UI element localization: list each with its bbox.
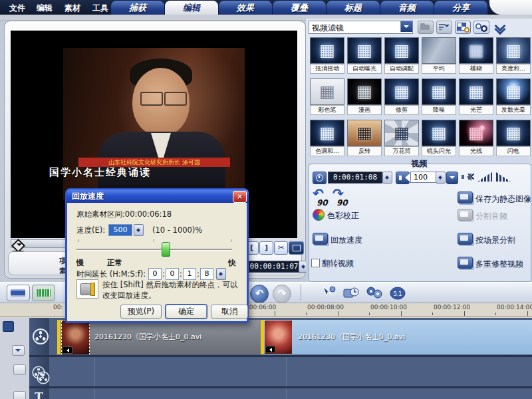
clip-trim-handle[interactable] [261, 320, 264, 354]
filter-thumb-invert[interactable]: ▦ [347, 120, 382, 146]
split-by-scene-icon[interactable] [458, 233, 473, 245]
save-still-icon[interactable] [458, 192, 473, 203]
library-manager-icon[interactable] [473, 21, 489, 34]
time-spinner[interactable] [216, 268, 226, 280]
filter-thumb-diffuse-glow[interactable]: ▦ [496, 78, 531, 105]
menu-tools[interactable]: 工具 [92, 3, 108, 14]
title-track-icon[interactable]: T [35, 390, 43, 399]
ok-button[interactable]: 确定 [166, 305, 207, 319]
overlay-track-icon-2[interactable] [37, 371, 49, 384]
filter-thumb-lightning[interactable]: ▦ [496, 120, 531, 146]
volume-field[interactable]: 100 [410, 172, 438, 183]
volume-speaker-button[interactable] [396, 172, 410, 184]
multi-trim-button[interactable]: 多重修整视频 [475, 259, 523, 270]
filter-thumb-auto-exposure[interactable]: ▦ [347, 37, 382, 64]
filter-thumb-average[interactable]: ▦ [422, 37, 456, 64]
filter-thumb-kaleidoscope[interactable]: ▦ [384, 120, 419, 146]
ruler-label: 00: [53, 304, 65, 311]
tab-share[interactable]: 分享 [434, 0, 488, 15]
time-m-input[interactable]: 0 [166, 268, 179, 280]
time-h-input[interactable]: 0 [148, 268, 162, 280]
playback-speed-icon[interactable] [313, 233, 328, 245]
speed-spinner[interactable] [134, 224, 144, 236]
playback-speed-button[interactable]: 回放速度 [331, 235, 362, 246]
time-s-input[interactable]: 1 [183, 268, 196, 280]
tab-title[interactable]: 标题 [326, 0, 380, 15]
mark-out-button[interactable]: ] [259, 241, 273, 255]
filter-label: 光线 [459, 146, 493, 156]
tab-edit[interactable]: 编辑 [164, 0, 219, 15]
filter-thumb-lens-flare[interactable]: ▦ [422, 120, 456, 146]
filter-thumb-glow[interactable]: ▦ [459, 78, 493, 105]
rotate-right-button[interactable]: ↷ [332, 189, 344, 198]
split-by-scene-button[interactable]: 按场景分割 [475, 235, 515, 246]
menu-edit[interactable]: 编辑 [37, 3, 53, 14]
timeline-clip-2-selected[interactable]: 20161230《国学小名士0_0.avi [261, 320, 532, 354]
tab-capture[interactable]: 捕获 [110, 0, 165, 15]
colon: : [162, 269, 165, 279]
speed-slider-track[interactable] [76, 249, 232, 251]
record-options-icon[interactable] [342, 285, 360, 301]
save-still-button[interactable]: 保存为静态图像 [475, 194, 531, 205]
filter-thumb-crop[interactable]: ▦ [384, 78, 419, 105]
tab-overlay[interactable]: 覆叠 [272, 0, 327, 15]
filter-thumb-auto-level[interactable]: ▦ [384, 37, 419, 64]
close-button[interactable]: × [233, 191, 247, 203]
time-f-input[interactable]: 8 [200, 268, 213, 280]
slider-normal-label: 正常 [107, 258, 122, 268]
filter-thumb-anti-shake[interactable]: ▦ [310, 37, 344, 64]
speaker-icon [399, 176, 402, 180]
cube-icon: ▦ [460, 39, 493, 63]
speed-slider-handle[interactable] [162, 242, 170, 257]
dropdown-arrow-button[interactable] [400, 21, 412, 32]
tab-audio[interactable]: 音频 [380, 0, 434, 15]
overlay-track-toggle[interactable] [13, 364, 26, 375]
filter-thumb-brightness[interactable]: ▦ [496, 37, 531, 64]
mute-icon[interactable] [462, 172, 472, 182]
smart-proxy-icon[interactable] [366, 285, 383, 301]
dialog-titlebar[interactable]: 回放速度 × [66, 190, 249, 203]
filter-thumb-colored-pen[interactable]: ▦ [310, 78, 344, 105]
color-wheel-icon[interactable] [313, 209, 325, 221]
menu-file[interactable]: 文件 [9, 3, 25, 14]
rotate-left-button[interactable]: ↶ [313, 189, 324, 198]
filter-thumb-denoise[interactable]: ▦ [422, 78, 456, 105]
speed-input[interactable]: 500 [108, 224, 132, 236]
chevron-down-icon [404, 25, 409, 31]
preview-button[interactable]: 预览(P) [120, 305, 162, 319]
filter-label: 自动曝光 [347, 64, 382, 74]
filter-thumb-light[interactable]: ▦ [459, 120, 493, 146]
undo-button[interactable]: ↶ [250, 285, 269, 303]
duration-spinner[interactable] [382, 172, 392, 184]
gallery-dropdown[interactable]: 视频滤镜 [309, 21, 413, 34]
volume-spinner[interactable] [436, 172, 446, 184]
timeline-clip-1[interactable]: 20161230《国学小名士0_0.avi [57, 320, 261, 354]
tab-effect[interactable]: 效果 [218, 0, 273, 15]
filter-thumb-comic[interactable]: ▦ [347, 78, 382, 105]
filter-thumb-blur[interactable]: ▦ [459, 37, 493, 64]
title-track-toggle[interactable] [13, 391, 26, 399]
add-folder-icon[interactable] [418, 21, 434, 34]
multi-trim-icon[interactable] [458, 257, 473, 269]
track-manager-icon[interactable] [3, 321, 14, 332]
batch-convert-icon[interactable] [319, 285, 336, 301]
storyboard-view-button[interactable] [7, 285, 30, 301]
surround-sound-icon[interactable]: 5.1 [389, 285, 406, 301]
clip-trim-handle[interactable] [57, 320, 61, 354]
color-correct-button[interactable]: 色彩校正 [327, 210, 359, 221]
clip-duration-field[interactable]: 0:00:01:08 [328, 172, 382, 184]
scroll-down-button[interactable] [12, 345, 25, 356]
reverse-video-checkbox[interactable] [311, 259, 320, 267]
split-clip-button[interactable]: ✂ [274, 241, 288, 255]
filter-thumb-hue-saturation[interactable]: ▦ [310, 120, 344, 146]
enlarge-preview-button[interactable] [289, 241, 304, 255]
timeline-view-button[interactable] [32, 285, 55, 301]
library-options-icon[interactable] [455, 21, 471, 34]
video-track-icon[interactable] [33, 329, 49, 344]
duration-clock-button[interactable] [313, 172, 327, 184]
reverse-video-label[interactable]: 翻转视频 [322, 258, 354, 269]
cancel-button[interactable]: 取消 [211, 305, 248, 319]
sort-clips-icon[interactable] [436, 21, 452, 34]
volume-rubberband-button[interactable] [446, 172, 458, 184]
menu-clip[interactable]: 素材 [65, 3, 80, 14]
